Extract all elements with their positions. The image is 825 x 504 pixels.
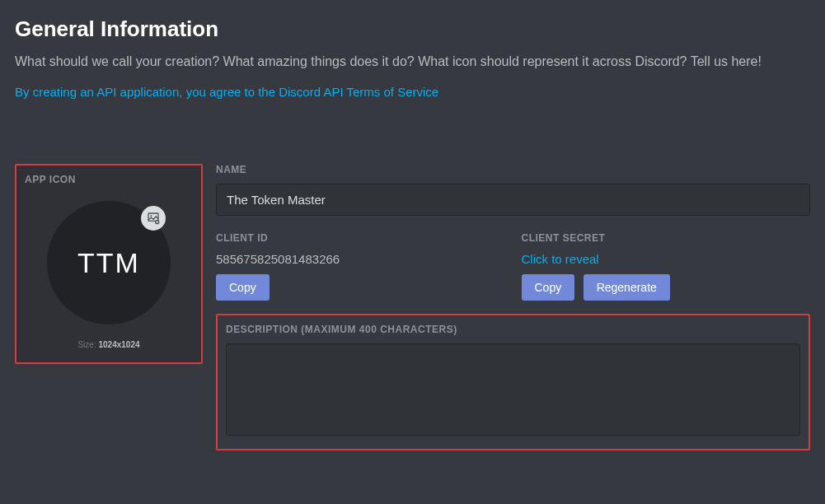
page-subtitle: What should we call your creation? What …: [15, 52, 810, 72]
regenerate-secret-button[interactable]: Regenerate: [584, 274, 670, 301]
page-title: General Information: [15, 16, 810, 42]
app-icon-label: APP ICON: [25, 174, 193, 185]
name-label: NAME: [216, 164, 810, 175]
avatar-initials: TTM: [77, 247, 140, 279]
app-icon-upload-area[interactable]: TTM: [25, 194, 193, 332]
copy-client-id-button[interactable]: Copy: [216, 274, 270, 301]
svg-point-1: [150, 215, 152, 217]
upload-image-icon[interactable]: [141, 206, 166, 231]
copy-secret-button[interactable]: Copy: [522, 274, 575, 301]
description-label: DESCRIPTION (MAXIMUM 400 CHARACTERS): [226, 324, 800, 335]
description-section: DESCRIPTION (MAXIMUM 400 CHARACTERS): [216, 314, 810, 450]
tos-link[interactable]: By creating an API application, you agre…: [15, 85, 438, 99]
client-id-label: CLIENT ID: [216, 232, 505, 244]
client-id-value: 585675825081483266: [216, 252, 505, 266]
client-secret-label: CLIENT SECRET: [522, 232, 811, 244]
name-input[interactable]: [216, 184, 810, 216]
app-icon-size: Size: 1024x1024: [25, 340, 193, 349]
app-icon-card: APP ICON TTM Size: 1: [15, 164, 203, 364]
app-avatar: TTM: [47, 201, 171, 324]
description-textarea[interactable]: [226, 343, 800, 436]
reveal-secret-link[interactable]: Click to reveal: [522, 252, 811, 266]
